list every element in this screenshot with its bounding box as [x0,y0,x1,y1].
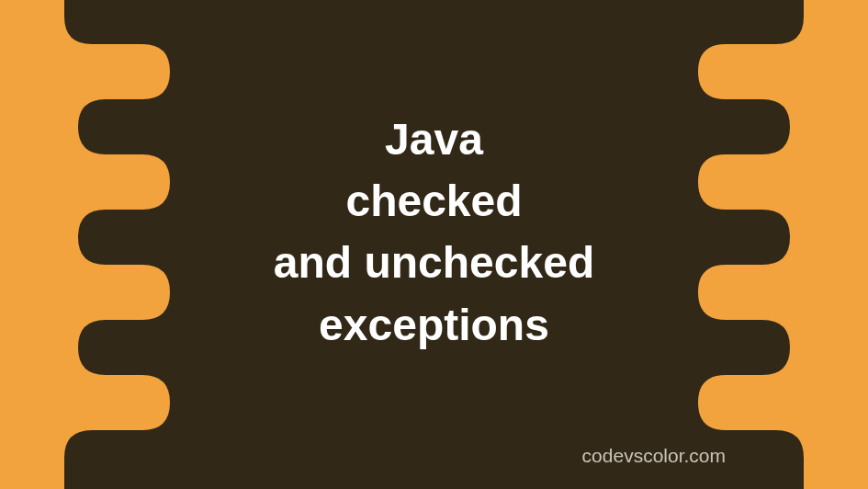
watermark-text: codevscolor.com [582,445,726,467]
main-title: Java checked and unchecked exceptions [274,108,594,356]
